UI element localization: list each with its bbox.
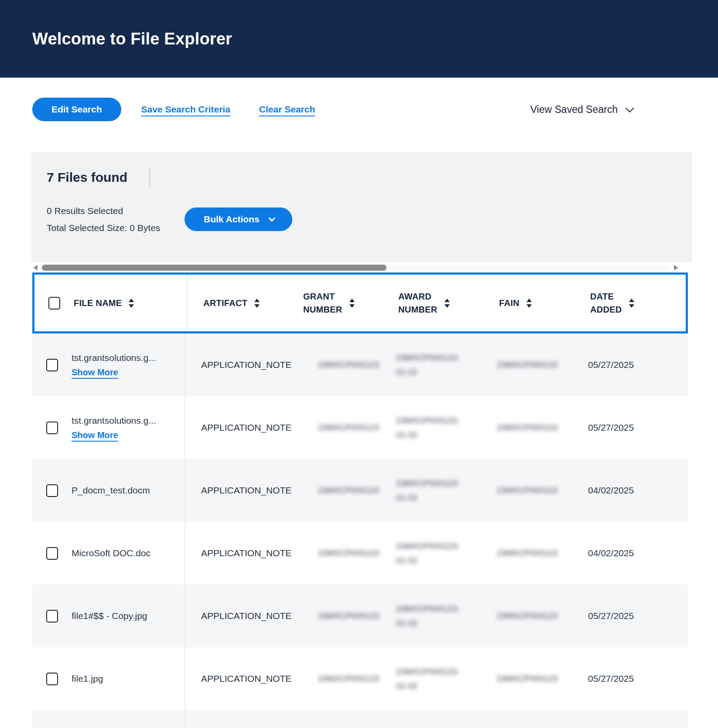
scroll-left-arrow-icon[interactable]: [33, 265, 38, 270]
date-added: 04/02/2025: [588, 548, 634, 558]
show-more-link[interactable]: Show More: [72, 367, 118, 378]
file-name: P_docm_test.docm: [72, 485, 150, 496]
fain-redacted: 23MXCP000123: [497, 674, 557, 684]
sort-desc-icon: [129, 304, 134, 308]
sort-desc-icon: [527, 304, 532, 308]
table-row: file1#$$ - Copy.jpg APPLICATION_NOTE 23M…: [32, 585, 688, 647]
award-number-redacted: 23MXCP000123-01-02: [396, 539, 460, 568]
sort-asc-icon: [444, 299, 450, 302]
scrollbar-thumb[interactable]: [42, 265, 386, 271]
grant-number-redacted: 23MXCP000123: [318, 611, 379, 621]
action-bar: Edit Search Save Search Criteria Clear S…: [32, 98, 686, 121]
sort-desc-icon: [444, 304, 450, 308]
sort-asc-icon: [349, 299, 355, 302]
row-checkbox[interactable]: [46, 359, 58, 371]
sort-asc-icon: [129, 299, 134, 302]
sort-arrows[interactable]: [349, 299, 355, 308]
grant-number-redacted: 23MXCP000123: [318, 548, 379, 558]
sort-arrows[interactable]: [444, 299, 450, 308]
fain-redacted: 23MXCP000123: [497, 423, 557, 432]
row-checkbox[interactable]: [46, 484, 58, 497]
sort-arrows[interactable]: [629, 299, 634, 308]
sort-desc-icon: [254, 304, 260, 308]
artifact-value: APPLICATION_NOTE: [201, 360, 291, 370]
sort-asc-icon: [254, 299, 260, 302]
file-name: MicroSoft DOC.doc: [72, 548, 150, 558]
chevron-down-icon: [268, 214, 275, 221]
table-row: tst.grantsolutions.g... Show More APPLIC…: [32, 333, 688, 396]
date-added: 05/27/2025: [588, 360, 634, 370]
sort-arrows[interactable]: [254, 299, 260, 308]
table-body: tst.grantsolutions.g... Show More APPLIC…: [32, 333, 688, 710]
grant-number-redacted: 23MXCP000123: [318, 423, 379, 432]
select-all-checkbox[interactable]: [48, 297, 60, 310]
date-added: 05/27/2025: [588, 674, 634, 684]
page-banner: Welcome to File Explorer: [0, 0, 718, 78]
column-header-date-added: DATEADDED: [590, 275, 690, 331]
column-header-grant-number: GRANTNUMBER: [303, 275, 398, 331]
sort-desc-icon: [629, 304, 634, 308]
column-header-file-name: FILE NAME: [74, 275, 187, 331]
column-header-award-number: AWARDNUMBER: [398, 275, 499, 331]
edit-search-button[interactable]: Edit Search: [32, 98, 121, 121]
file-explorer-page: Welcome to File Explorer Edit Search Sav…: [0, 0, 718, 728]
award-number-redacted: 23MXCP000123-01-02: [396, 476, 460, 505]
fain-redacted: 23MXCP000123: [497, 486, 557, 495]
grant-number-redacted: 23MXCP000123: [318, 674, 379, 684]
file-name: tst.grantsolutions.g...: [72, 415, 156, 426]
artifact-value: APPLICATION_NOTE: [201, 674, 291, 684]
column-header-fain: FAIN: [499, 275, 590, 331]
panel-divider: [149, 167, 150, 187]
sort-asc-icon: [629, 299, 634, 302]
page-title: Welcome to File Explorer: [32, 30, 232, 48]
artifact-value: APPLICATION_NOTE: [201, 611, 291, 621]
horizontal-scrollbar: [32, 264, 688, 271]
save-search-criteria-link[interactable]: Save Search Criteria: [141, 104, 230, 115]
award-number-redacted: 23MXCP000123-01-02: [396, 350, 460, 379]
results-selected-text: 0 Results Selected: [47, 202, 185, 219]
sort-asc-icon: [527, 299, 532, 302]
show-more-link[interactable]: Show More: [72, 430, 118, 440]
artifact-value: APPLICATION_NOTE: [201, 548, 291, 558]
award-number-redacted: 23MXCP000123-01-02: [396, 664, 460, 693]
date-added: 05/27/2025: [588, 611, 634, 621]
file-name: file1.jpg: [72, 674, 103, 684]
table-header: FILE NAME ARTIFACT GRANTNUMBER AWARDNUMB…: [32, 272, 688, 333]
view-saved-search-dropdown[interactable]: View Saved Search: [530, 104, 632, 116]
file-name: file1#$$ - Copy.jpg: [72, 611, 147, 621]
table-row-partial: [32, 710, 688, 728]
clear-search-link[interactable]: Clear Search: [259, 104, 315, 115]
sort-arrows[interactable]: [129, 299, 134, 308]
results-panel: 7 Files found 0 Results Selected Total S…: [31, 152, 692, 262]
grant-number-redacted: 23MXCP000123: [318, 486, 379, 495]
row-checkbox[interactable]: [46, 422, 58, 434]
bulk-actions-label: Bulk Actions: [204, 214, 260, 225]
table-row: tst.grantsolutions.g... Show More APPLIC…: [32, 396, 688, 459]
artifact-value: APPLICATION_NOTE: [201, 422, 291, 433]
fain-redacted: 23MXCP000123: [497, 360, 557, 370]
fain-redacted: 23MXCP000123: [497, 548, 557, 558]
column-header-artifact: ARTIFACT: [187, 275, 303, 331]
files-found-count: 7 Files found: [47, 170, 127, 185]
sort-arrows[interactable]: [527, 299, 532, 308]
award-number-redacted: 23MXCP000123-01-02: [396, 413, 460, 442]
chevron-down-icon: [626, 104, 634, 112]
table-row: P_docm_test.docm APPLICATION_NOTE 23MXCP…: [32, 459, 688, 522]
grant-number-redacted: 23MXCP000123: [318, 360, 379, 370]
file-name: tst.grantsolutions.g...: [72, 353, 156, 363]
row-checkbox[interactable]: [46, 547, 58, 560]
date-added: 05/27/2025: [588, 422, 634, 433]
scroll-right-arrow-icon[interactable]: [674, 265, 678, 270]
fain-redacted: 23MXCP000123: [497, 611, 557, 621]
table-row: file1.jpg APPLICATION_NOTE 23MXCP000123 …: [32, 647, 688, 710]
artifact-value: APPLICATION_NOTE: [201, 485, 291, 496]
row-checkbox[interactable]: [46, 610, 58, 623]
view-saved-search-label: View Saved Search: [530, 104, 618, 116]
bulk-actions-button[interactable]: Bulk Actions: [185, 208, 292, 231]
sort-desc-icon: [349, 304, 355, 308]
files-table: FILE NAME ARTIFACT GRANTNUMBER AWARDNUMB…: [32, 272, 688, 728]
table-row: MicroSoft DOC.doc APPLICATION_NOTE 23MXC…: [32, 522, 688, 585]
row-checkbox[interactable]: [46, 673, 58, 685]
award-number-redacted: 23MXCP000123-01-02: [396, 602, 460, 630]
total-selected-size-text: Total Selected Size: 0 Bytes: [47, 219, 185, 236]
